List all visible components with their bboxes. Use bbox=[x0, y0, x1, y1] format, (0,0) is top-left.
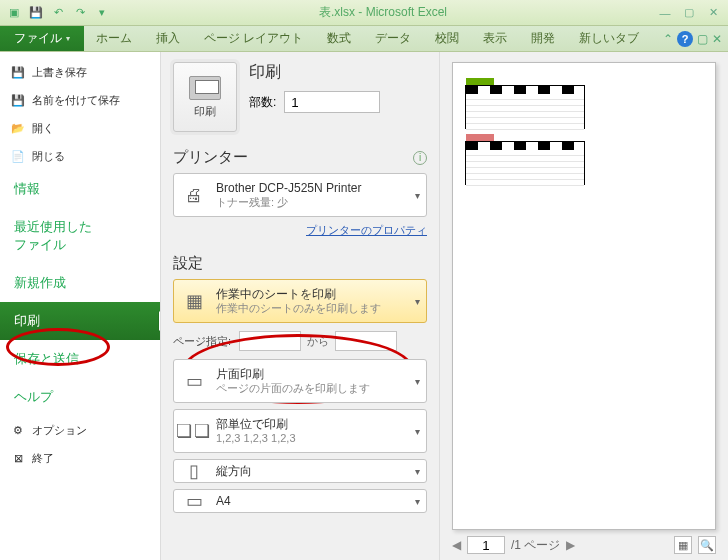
gear-icon: ⚙ bbox=[10, 422, 26, 438]
printer-status-icon: 🖨 bbox=[180, 181, 208, 209]
printer-properties-link[interactable]: プリンターのプロパティ bbox=[173, 223, 427, 238]
prev-page-icon[interactable]: ◀ bbox=[452, 538, 461, 552]
minimize-icon[interactable]: — bbox=[654, 5, 676, 21]
print-settings-pane: 印刷 印刷 部数: プリンター i 🖨 Brother DCP-J525N Pr… bbox=[160, 52, 440, 560]
pages-to-input[interactable] bbox=[335, 331, 397, 351]
sidebar-item-label: オプション bbox=[32, 423, 87, 438]
tab-home[interactable]: ホーム bbox=[84, 26, 144, 51]
mdi-close-icon[interactable]: ✕ bbox=[712, 32, 722, 46]
copies-input[interactable] bbox=[284, 91, 380, 113]
exit-icon: ⊠ bbox=[10, 450, 26, 466]
tab-review[interactable]: 校閲 bbox=[423, 26, 471, 51]
orientation-title: 縦方向 bbox=[216, 464, 252, 479]
qat-save-icon[interactable]: 💾 bbox=[26, 3, 46, 23]
title-bar: ▣ 💾 ↶ ↷ ▾ 表.xlsx - Microsoft Excel — ▢ ✕ bbox=[0, 0, 728, 26]
sidebar-item-options[interactable]: ⚙オプション bbox=[0, 416, 160, 444]
orientation-dropdown[interactable]: ▯ 縦方向 bbox=[173, 459, 427, 483]
collate-desc: 1,2,3 1,2,3 1,2,3 bbox=[216, 432, 296, 446]
sidebar-item-label: 開く bbox=[32, 121, 54, 136]
printer-status: トナー残量: 少 bbox=[216, 196, 361, 210]
save-as-icon: 💾 bbox=[10, 92, 26, 108]
paper-title: A4 bbox=[216, 494, 231, 509]
print-preview-pane: ◀ /1 ページ ▶ ▦ 🔍 bbox=[440, 52, 728, 560]
mdi-restore-icon[interactable]: ▢ bbox=[697, 32, 708, 46]
sidebar-item-label: 上書き保存 bbox=[32, 65, 87, 80]
settings-heading: 設定 bbox=[173, 254, 203, 273]
scope-desc: 作業中のシートのみを印刷します bbox=[216, 302, 381, 316]
printer-info-icon[interactable]: i bbox=[413, 151, 427, 165]
paper-size-dropdown[interactable]: ▭ A4 bbox=[173, 489, 427, 513]
sheet-icon: ▦ bbox=[180, 287, 208, 315]
window-title: 表.xlsx - Microsoft Excel bbox=[112, 4, 654, 21]
ribbon-minimize-icon[interactable]: ⌃ bbox=[663, 32, 673, 46]
sidebar-item-recent[interactable]: 最近使用した ファイル bbox=[0, 208, 160, 264]
print-heading: 印刷 bbox=[249, 62, 380, 83]
tab-formulas[interactable]: 数式 bbox=[315, 26, 363, 51]
sidebar-item-save-as[interactable]: 💾名前を付けて保存 bbox=[0, 86, 160, 114]
pages-to-label: から bbox=[307, 334, 329, 349]
sidebar-item-label: 閉じる bbox=[32, 149, 65, 164]
next-page-icon[interactable]: ▶ bbox=[566, 538, 575, 552]
qat-customize-icon[interactable]: ▾ bbox=[92, 3, 112, 23]
printer-icon bbox=[189, 76, 221, 100]
preview-table-1 bbox=[465, 85, 585, 129]
pages-from-input[interactable] bbox=[239, 331, 301, 351]
tab-data[interactable]: データ bbox=[363, 26, 423, 51]
pages-label: ページ指定: bbox=[173, 334, 233, 349]
tab-insert[interactable]: 挿入 bbox=[144, 26, 192, 51]
printer-dropdown[interactable]: 🖨 Brother DCP-J525N Printer トナー残量: 少 bbox=[173, 173, 427, 217]
sidebar-item-label: 終了 bbox=[32, 451, 54, 466]
preview-footer: ◀ /1 ページ ▶ ▦ 🔍 bbox=[452, 530, 716, 554]
print-scope-dropdown[interactable]: ▦ 作業中のシートを印刷 作業中のシートのみを印刷します bbox=[173, 279, 427, 323]
tab-page-layout[interactable]: ページ レイアウト bbox=[192, 26, 315, 51]
sides-dropdown[interactable]: ▭ 片面印刷 ページの片面のみを印刷します bbox=[173, 359, 427, 403]
sidebar-item-save-send[interactable]: 保存と送信 bbox=[0, 340, 160, 378]
sides-title: 片面印刷 bbox=[216, 367, 370, 382]
qat-redo-icon[interactable]: ↷ bbox=[70, 3, 90, 23]
quick-access-toolbar: ▣ 💾 ↶ ↷ ▾ bbox=[4, 3, 112, 23]
page-total: /1 ページ bbox=[511, 537, 560, 554]
sidebar-item-open[interactable]: 📂開く bbox=[0, 114, 160, 142]
copies-label: 部数: bbox=[249, 94, 276, 111]
tab-view[interactable]: 表示 bbox=[471, 26, 519, 51]
qat-undo-icon[interactable]: ↶ bbox=[48, 3, 68, 23]
sidebar-item-close[interactable]: 📄閉じる bbox=[0, 142, 160, 170]
sides-desc: ページの片面のみを印刷します bbox=[216, 382, 370, 396]
close-doc-icon: 📄 bbox=[10, 148, 26, 164]
tab-file[interactable]: ファイル bbox=[0, 26, 84, 51]
scope-title: 作業中のシートを印刷 bbox=[216, 287, 381, 302]
close-icon[interactable]: ✕ bbox=[702, 5, 724, 21]
sidebar-item-save[interactable]: 💾上書き保存 bbox=[0, 58, 160, 86]
print-button-label: 印刷 bbox=[194, 104, 216, 119]
save-icon: 💾 bbox=[10, 64, 26, 80]
open-icon: 📂 bbox=[10, 120, 26, 136]
sidebar-item-info[interactable]: 情報 bbox=[0, 170, 160, 208]
paper-icon: ▭ bbox=[180, 487, 208, 515]
print-button[interactable]: 印刷 bbox=[173, 62, 237, 132]
sidebar-item-new[interactable]: 新規作成 bbox=[0, 264, 160, 302]
portrait-icon: ▯ bbox=[180, 457, 208, 485]
sidebar-item-label: 名前を付けて保存 bbox=[32, 93, 120, 108]
collate-dropdown[interactable]: ❏❏ 部単位で印刷 1,2,3 1,2,3 1,2,3 bbox=[173, 409, 427, 453]
page-number-input[interactable] bbox=[467, 536, 505, 554]
ribbon: ファイル ホーム 挿入 ページ レイアウト 数式 データ 校閲 表示 開発 新し… bbox=[0, 26, 728, 52]
collate-title: 部単位で印刷 bbox=[216, 417, 296, 432]
printer-heading: プリンター bbox=[173, 148, 248, 167]
zoom-icon[interactable]: 🔍 bbox=[698, 536, 716, 554]
restore-icon[interactable]: ▢ bbox=[678, 5, 700, 21]
preview-table-2 bbox=[465, 141, 585, 185]
collate-icon: ❏❏ bbox=[180, 417, 208, 445]
sidebar-item-print[interactable]: 印刷 bbox=[0, 302, 160, 340]
help-icon[interactable]: ? bbox=[677, 31, 693, 47]
zoom-to-page-icon[interactable]: ▦ bbox=[674, 536, 692, 554]
excel-icon: ▣ bbox=[4, 3, 24, 23]
printer-name: Brother DCP-J525N Printer bbox=[216, 181, 361, 196]
sidebar-item-exit[interactable]: ⊠終了 bbox=[0, 444, 160, 472]
sidebar-item-help[interactable]: ヘルプ bbox=[0, 378, 160, 416]
preview-page bbox=[452, 62, 716, 530]
tab-new-tab[interactable]: 新しいタブ bbox=[567, 26, 651, 51]
tab-developer[interactable]: 開発 bbox=[519, 26, 567, 51]
single-side-icon: ▭ bbox=[180, 367, 208, 395]
backstage-sidebar: 💾上書き保存 💾名前を付けて保存 📂開く 📄閉じる 情報 最近使用した ファイル… bbox=[0, 52, 160, 560]
